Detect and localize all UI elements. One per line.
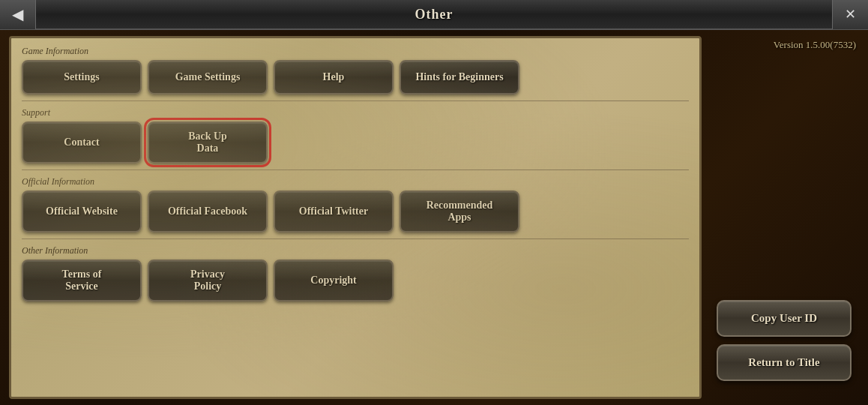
game-information-section: Game Information Settings Game Settings … bbox=[22, 46, 689, 101]
official-twitter-button[interactable]: Official Twitter bbox=[274, 190, 394, 232]
help-button[interactable]: Help bbox=[274, 60, 394, 94]
back-button[interactable]: ◀ bbox=[0, 0, 36, 29]
main-window: ◀ Other ✕ Game Information Settings Game… bbox=[0, 0, 868, 405]
other-information-buttons: Terms ofService PrivacyPolicy Copyright bbox=[22, 260, 689, 302]
recommended-apps-button[interactable]: RecommendedApps bbox=[400, 190, 519, 232]
official-information-section: Official Information Official Website Of… bbox=[22, 176, 689, 239]
support-label: Support bbox=[22, 107, 689, 118]
left-panel: Game Information Settings Game Settings … bbox=[9, 36, 702, 399]
hints-for-beginners-button[interactable]: Hints for Beginners bbox=[400, 60, 519, 94]
contact-button[interactable]: Contact bbox=[22, 122, 142, 164]
support-section: Support Contact Back UpData bbox=[22, 107, 689, 170]
close-button[interactable]: ✕ bbox=[832, 0, 868, 29]
backup-data-button[interactable]: Back UpData bbox=[148, 122, 268, 164]
official-website-button[interactable]: Official Website bbox=[22, 190, 142, 232]
support-buttons: Contact Back UpData bbox=[22, 122, 689, 164]
game-settings-button[interactable]: Game Settings bbox=[148, 60, 268, 94]
return-to-title-button[interactable]: Return to Title bbox=[717, 344, 852, 381]
official-information-buttons: Official Website Official Facebook Offic… bbox=[22, 190, 689, 232]
title-bar: ◀ Other ✕ bbox=[0, 0, 868, 30]
right-action-buttons: Copy User ID Return to Title bbox=[717, 300, 852, 381]
other-information-section: Other Information Terms ofService Privac… bbox=[22, 245, 689, 308]
window-title: Other bbox=[36, 7, 832, 22]
game-information-buttons: Settings Game Settings Help Hints for Be… bbox=[22, 60, 689, 94]
official-facebook-button[interactable]: Official Facebook bbox=[148, 190, 268, 232]
content-area: Game Information Settings Game Settings … bbox=[0, 30, 868, 405]
other-information-label: Other Information bbox=[22, 245, 689, 256]
game-information-label: Game Information bbox=[22, 46, 689, 57]
right-panel: Version 1.5.00(7532) Copy User ID Return… bbox=[709, 36, 859, 399]
copy-user-id-button[interactable]: Copy User ID bbox=[717, 300, 852, 337]
settings-button[interactable]: Settings bbox=[22, 60, 142, 94]
privacy-policy-button[interactable]: PrivacyPolicy bbox=[148, 260, 268, 302]
version-text: Version 1.5.00(7532) bbox=[709, 39, 859, 51]
copyright-button[interactable]: Copyright bbox=[274, 260, 394, 302]
terms-of-service-button[interactable]: Terms ofService bbox=[22, 260, 142, 302]
official-information-label: Official Information bbox=[22, 176, 689, 188]
